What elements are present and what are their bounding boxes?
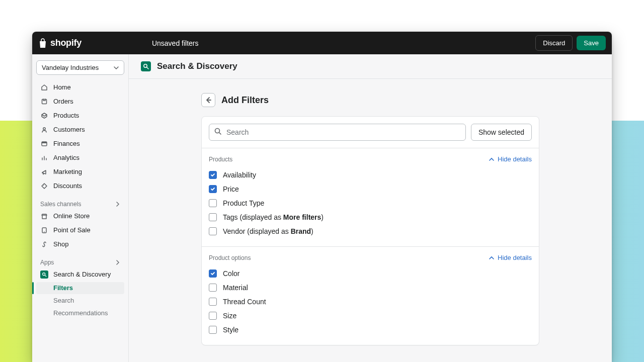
filter-label: Thread Count (223, 298, 266, 306)
svg-point-8 (144, 64, 147, 67)
arrow-left-icon (205, 97, 212, 104)
filter-row: Availability (209, 168, 532, 182)
svg-point-1 (43, 128, 45, 130)
search-discovery-app-icon (40, 270, 48, 279)
filter-label: Tags (displayed as More filters) (223, 213, 324, 221)
svg-rect-3 (42, 142, 47, 143)
filter-checkbox[interactable] (209, 185, 217, 193)
sidebar-item-customers[interactable]: Customers (36, 123, 124, 136)
filters-card: Show selected ProductsHide detailsAvaila… (201, 116, 539, 345)
filter-label: Product Type (223, 199, 264, 207)
save-button[interactable]: Save (577, 36, 606, 50)
back-button[interactable] (201, 93, 215, 107)
store-selector[interactable]: Vandelay Industries (36, 60, 124, 75)
svg-point-4 (43, 185, 44, 186)
svg-point-7 (43, 273, 45, 276)
sidebar-channel-shop[interactable]: Shop (36, 238, 124, 251)
chevron-up-icon (489, 156, 495, 162)
pos-icon (40, 226, 48, 234)
sidebar-channel-point-of-sale[interactable]: Point of Sale (36, 224, 124, 237)
chevron-up-icon (489, 255, 495, 261)
sidebar: Vandelay Industries HomeOrdersProductsCu… (32, 54, 129, 362)
sidebar-item-label: Customers (53, 125, 85, 134)
filter-checkbox[interactable] (209, 326, 217, 334)
filter-checkbox[interactable] (209, 312, 217, 320)
hide-details-label: Hide details (498, 254, 532, 261)
shopify-logo: shopify (38, 38, 82, 48)
topbar: shopify Unsaved filters Discard Save (32, 32, 612, 54)
sidebar-item-home[interactable]: Home (36, 81, 124, 94)
sidebar-item-marketing[interactable]: Marketing (36, 165, 124, 178)
discard-button[interactable]: Discard (535, 35, 573, 51)
filter-row: Product Type (209, 196, 532, 210)
group-title: Products (209, 156, 232, 163)
orders-icon (40, 98, 48, 106)
finances-icon (40, 140, 48, 148)
svg-point-6 (44, 231, 45, 232)
topbar-status: Unsaved filters (152, 39, 199, 47)
filter-checkbox[interactable] (209, 284, 217, 292)
filter-row: Size (209, 309, 532, 323)
svg-rect-0 (42, 100, 47, 104)
group-title: Product options (209, 254, 251, 261)
filter-row: Price (209, 182, 532, 196)
sidebar-item-label: Search & Discovery (53, 270, 111, 279)
filter-row: Vendor (displayed as Brand) (209, 224, 532, 238)
marketing-icon (40, 168, 48, 176)
sidebar-channel-online-store[interactable]: Online Store (36, 210, 124, 223)
filter-search-input[interactable] (209, 124, 466, 141)
filter-checkbox[interactable] (209, 227, 217, 235)
sidebar-item-finances[interactable]: Finances (36, 137, 124, 150)
apps-header[interactable]: Apps (36, 255, 124, 268)
sidebar-subitem-recommendations[interactable]: Recommendations (36, 307, 124, 319)
filter-checkbox[interactable] (209, 298, 217, 306)
filter-row: Tags (displayed as More filters) (209, 210, 532, 224)
filter-label: Vendor (displayed as Brand) (223, 227, 313, 235)
sidebar-item-orders[interactable]: Orders (36, 95, 124, 108)
hide-details-toggle[interactable]: Hide details (489, 254, 532, 261)
sidebar-subitem-filters[interactable]: Filters (36, 282, 124, 294)
sidebar-app-search-discovery[interactable]: Search & Discovery (36, 268, 124, 281)
filter-checkbox[interactable] (209, 171, 217, 179)
chevron-right-icon (115, 260, 120, 265)
show-selected-button[interactable]: Show selected (471, 124, 532, 141)
sidebar-item-label: Marketing (53, 167, 82, 176)
sidebar-item-label: Analytics (53, 153, 79, 162)
sidebar-subitem-search[interactable]: Search (36, 295, 124, 307)
app-header: Search & Discovery (129, 54, 612, 79)
chevron-right-icon (115, 202, 120, 207)
svg-point-9 (215, 129, 220, 133)
sidebar-item-label: Shop (53, 240, 68, 249)
filter-row: Thread Count (209, 295, 532, 309)
shopify-wordmark: shopify (50, 38, 82, 48)
filter-label: Availability (223, 171, 256, 179)
filter-checkbox[interactable] (209, 269, 217, 278)
filter-label: Size (223, 312, 236, 320)
filter-checkbox[interactable] (209, 213, 217, 221)
filter-row: Style (209, 323, 532, 337)
products-icon (40, 112, 48, 120)
hide-details-label: Hide details (498, 155, 532, 163)
sidebar-item-label: Products (53, 111, 79, 120)
filter-label: Color (223, 269, 239, 278)
sidebar-item-discounts[interactable]: Discounts (36, 179, 124, 193)
sidebar-item-analytics[interactable]: Analytics (36, 151, 124, 164)
store-icon (40, 212, 48, 220)
analytics-icon (40, 154, 48, 162)
sidebar-item-products[interactable]: Products (36, 109, 124, 122)
page-title: Add Filters (221, 95, 269, 106)
sidebar-item-label: Finances (53, 139, 80, 148)
filter-group-product-options: Product optionsHide detailsColorMaterial… (202, 247, 539, 345)
sidebar-item-label: Home (53, 83, 71, 92)
hide-details-toggle[interactable]: Hide details (489, 155, 532, 163)
home-icon (40, 83, 48, 92)
filter-checkbox[interactable] (209, 199, 217, 207)
customers-icon (40, 126, 48, 134)
sales-channels-header[interactable]: Sales channels (36, 197, 124, 210)
filter-label: Material (223, 284, 248, 292)
sidebar-item-label: Online Store (53, 212, 90, 221)
main-pane: Search & Discovery Add Filters (129, 54, 612, 362)
filter-row: Color (209, 266, 532, 281)
filter-group-products: ProductsHide detailsAvailabilityPricePro… (202, 148, 539, 247)
sidebar-item-label: Orders (53, 97, 73, 106)
